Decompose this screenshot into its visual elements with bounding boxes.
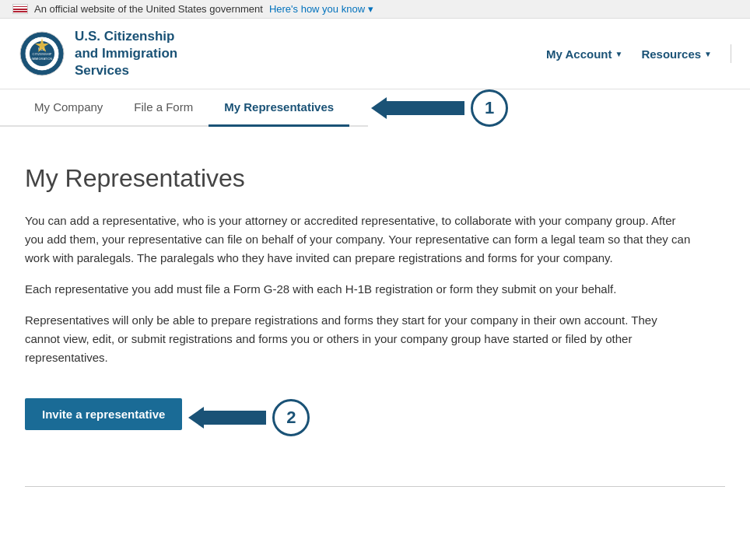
description-paragraph-3: Representatives will only be able to pre…: [25, 311, 694, 367]
logo-area: U.S. CITIZENSHIP IMMIGRATION U.S. Citize…: [19, 28, 177, 79]
arrow-left-icon: [371, 97, 387, 119]
annotation-number-2: 2: [272, 399, 310, 436]
arrow-shaft-2: [204, 411, 266, 425]
sub-nav-file-a-form[interactable]: File a Form: [118, 89, 209, 127]
svg-text:CITIZENSHIP: CITIZENSHIP: [33, 52, 52, 56]
invite-button-section: Invite a representative 2: [25, 380, 722, 455]
main-content: My Representatives You can add a represe…: [0, 127, 747, 480]
svg-text:IMMIGRATION: IMMIGRATION: [32, 57, 53, 61]
sub-navigation: My Company File a Form My Representative…: [0, 89, 368, 127]
header-navigation: My Account ▼ Resources ▼: [546, 44, 731, 63]
header-divider: [731, 44, 731, 63]
nav-annotation: 1: [371, 89, 508, 127]
heres-how-you-know-link[interactable]: Here's how you know ▾: [269, 3, 373, 15]
arrow-shaft: [387, 101, 464, 115]
page-title: My Representatives: [25, 164, 722, 193]
gov-banner: An official website of the United States…: [0, 0, 750, 19]
annotation-number-1: 1: [471, 89, 508, 127]
invite-representative-button[interactable]: Invite a representative: [25, 398, 182, 430]
description-paragraph-2: Each representative you add must file a …: [25, 280, 694, 299]
sub-nav-my-representatives[interactable]: My Representatives: [209, 89, 349, 127]
description-paragraph-1: You can add a representative, who is you…: [25, 212, 694, 268]
sub-nav-my-company[interactable]: My Company: [19, 89, 118, 127]
sub-nav-section: My Company File a Form My Representative…: [0, 89, 750, 127]
gov-banner-text: An official website of the United States…: [34, 3, 263, 15]
arrow-left-icon-2: [188, 407, 204, 429]
logo-text: U.S. Citizenship and Immigration Service…: [75, 28, 177, 79]
account-chevron-icon: ▼: [615, 50, 622, 58]
my-account-nav[interactable]: My Account ▼: [546, 47, 622, 61]
resources-chevron-icon: ▼: [704, 50, 712, 58]
site-header: U.S. CITIZENSHIP IMMIGRATION U.S. Citize…: [0, 19, 750, 89]
bottom-divider: [25, 486, 725, 487]
btn-annotation: 2: [188, 399, 310, 436]
us-flag-icon: [12, 4, 28, 14]
uscis-seal-icon: U.S. CITIZENSHIP IMMIGRATION: [19, 30, 65, 77]
resources-nav[interactable]: Resources ▼: [641, 47, 712, 61]
